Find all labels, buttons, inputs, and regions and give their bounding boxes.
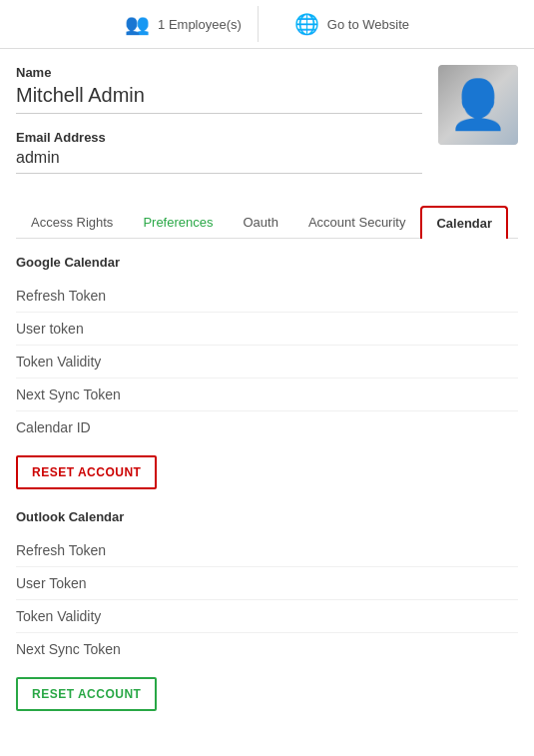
name-label: Name	[16, 65, 422, 80]
calendar-tab-content: Google Calendar Refresh Token User token…	[0, 239, 534, 739]
list-item: Next Sync Token	[16, 633, 518, 665]
list-item: User token	[16, 313, 518, 346]
list-item: Refresh Token	[16, 280, 518, 313]
tab-account-security[interactable]: Account Security	[293, 206, 421, 239]
tab-access-rights[interactable]: Access Rights	[16, 206, 128, 239]
employees-icon: 👥	[125, 12, 150, 36]
tab-oauth[interactable]: Oauth	[228, 206, 292, 239]
name-value: Mitchell Admin	[16, 84, 422, 114]
reset-outlook-account-button[interactable]: RESET ACCOUNT	[16, 677, 157, 711]
google-calendar-title: Google Calendar	[16, 255, 518, 270]
reset-google-account-button[interactable]: RESET ACCOUNT	[16, 455, 157, 489]
user-profile-section: Name Mitchell Admin Email Address admin	[0, 49, 534, 190]
employees-label: 1 Employee(s)	[158, 17, 242, 32]
tabs-section: Access Rights Preferences Oauth Account …	[0, 190, 534, 239]
list-item: Calendar ID	[16, 411, 518, 443]
top-bar: 👥 1 Employee(s) 🌐 Go to Website	[0, 0, 534, 49]
website-label: Go to Website	[327, 17, 409, 32]
avatar-image	[438, 65, 518, 145]
list-item: User Token	[16, 567, 518, 600]
user-info: Name Mitchell Admin Email Address admin	[16, 65, 422, 190]
tab-preferences[interactable]: Preferences	[128, 206, 228, 239]
website-icon: 🌐	[294, 12, 319, 36]
tab-calendar[interactable]: Calendar	[420, 206, 508, 239]
email-value: admin	[16, 149, 422, 174]
list-item: Refresh Token	[16, 534, 518, 567]
tabs-bar: Access Rights Preferences Oauth Account …	[16, 206, 518, 239]
avatar	[438, 65, 518, 145]
google-calendar-section: Google Calendar Refresh Token User token…	[16, 255, 518, 501]
website-link[interactable]: 🌐 Go to Website	[278, 6, 425, 42]
employees-link[interactable]: 👥 1 Employee(s)	[109, 6, 259, 42]
list-item: Token Validity	[16, 600, 518, 633]
email-label: Email Address	[16, 130, 422, 145]
list-item: Token Validity	[16, 346, 518, 378]
outlook-calendar-title: Outlook Calendar	[16, 509, 518, 524]
list-item: Next Sync Token	[16, 378, 518, 411]
outlook-calendar-section: Outlook Calendar Refresh Token User Toke…	[16, 509, 518, 723]
